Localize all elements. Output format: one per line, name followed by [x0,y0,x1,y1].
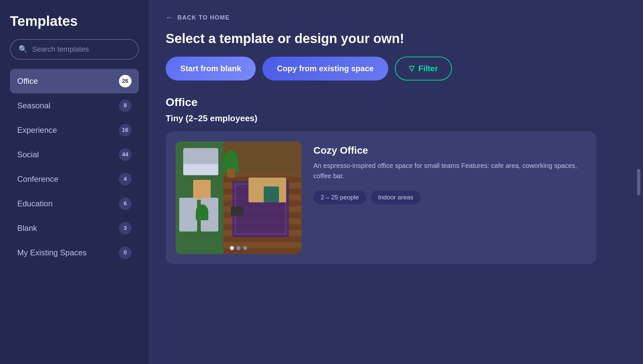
sidebar-item-social[interactable]: Social 44 [10,142,139,167]
main-content: ← BACK TO HOME Select a template or desi… [149,0,643,364]
sidebar-item-conference[interactable]: Conference 4 [10,167,139,191]
scroll-handle[interactable] [637,169,640,195]
monitor [231,207,243,216]
sidebar-item-label: Conference [17,175,58,184]
sidebar-badge-conference: 4 [119,173,132,185]
sidebar-badge-office: 26 [119,75,132,87]
sidebar-item-blank[interactable]: Blank 3 [10,216,139,240]
pixel-scene [176,141,301,254]
sidebar-badge-social: 44 [119,148,132,161]
sidebar-item-label: Blank [17,224,37,233]
sofa-bottom [183,164,218,175]
sidebar-item-label: My Existing Spaces [17,248,86,257]
start-from-blank-button[interactable]: Start from blank [166,57,256,80]
sidebar-item-education[interactable]: Education 6 [10,191,139,216]
sidebar-item-label: Office [17,77,38,86]
sidebar-item-label: Seasonal [17,101,50,110]
sidebar-badge-education: 6 [119,197,132,210]
sidebar-badge-seasonal: 8 [119,99,132,112]
carousel-dot-1[interactable] [230,246,234,250]
table-center [193,180,211,200]
card-name: Cozy Office [313,145,586,156]
tiny-subsection-title: Tiny (2–25 employees) [166,113,626,124]
card-thumbnail [176,141,301,254]
sidebar: Templates 🔍 Search templates Office 26 S… [0,0,149,364]
back-label: BACK TO HOME [177,14,230,21]
page-title: Select a template or design your own! [166,31,626,46]
carousel-dot-2[interactable] [237,246,241,250]
sidebar-item-seasonal[interactable]: Seasonal 8 [10,93,139,118]
template-card[interactable]: Cozy Office An espresso-inspired office … [166,131,596,264]
office-section-title: Office [166,96,626,109]
sidebar-item-label: Experience [17,126,57,135]
back-arrow-icon: ← [166,13,173,22]
sidebar-badge-blank: 3 [119,222,132,234]
sidebar-item-office[interactable]: Office 26 [10,69,139,93]
tag-people: 2 – 25 people [313,190,366,204]
card-info: Cozy Office An espresso-inspired office … [313,141,586,204]
chair [264,186,279,202]
search-placeholder: Search templates [32,45,89,54]
sidebar-item-label: Social [17,150,39,159]
small-plant [196,204,208,220]
action-bar: Start from blank Copy from existing spac… [166,57,626,80]
sofa-left [179,198,197,232]
plant-pot [227,169,235,178]
sidebar-title: Templates [10,13,139,29]
carousel-dot-3[interactable] [243,246,247,250]
filter-label: Filter [418,64,438,73]
sidebar-item-experience[interactable]: Experience 16 [10,118,139,142]
sidebar-item-label: Education [17,199,53,208]
back-to-home-link[interactable]: ← BACK TO HOME [166,13,626,22]
search-icon: 🔍 [19,45,27,54]
sidebar-badge-my-existing-spaces: 0 [119,246,132,259]
search-input[interactable]: 🔍 Search templates [10,39,139,60]
sidebar-badge-experience: 16 [119,124,132,136]
filter-button[interactable]: ▽ Filter [395,57,452,80]
sidebar-nav: Office 26 Seasonal 8 Experience 16 Socia… [10,69,139,265]
carousel-dots [230,246,247,250]
filter-icon: ▽ [409,64,414,73]
card-tags: 2 – 25 people Indoor areas [313,190,586,204]
sidebar-item-my-existing-spaces[interactable]: My Existing Spaces 0 [10,240,139,265]
copy-from-existing-button[interactable]: Copy from existing space [262,57,388,80]
tag-area: Indoor areas [371,190,421,204]
card-description: An espresso-inspired office space for sm… [313,161,586,181]
